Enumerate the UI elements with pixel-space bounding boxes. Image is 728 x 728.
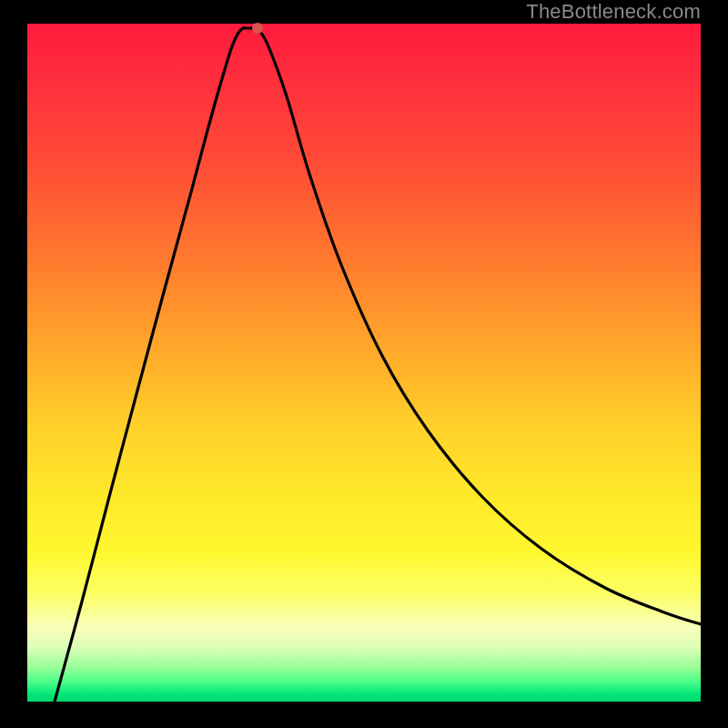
chart-frame: TheBottleneck.com	[0, 0, 728, 728]
plot-area	[27, 24, 701, 702]
watermark-text: TheBottleneck.com	[526, 0, 701, 24]
curve-svg	[27, 24, 701, 702]
bottleneck-curve	[55, 28, 701, 702]
curve-min-marker	[252, 23, 263, 34]
